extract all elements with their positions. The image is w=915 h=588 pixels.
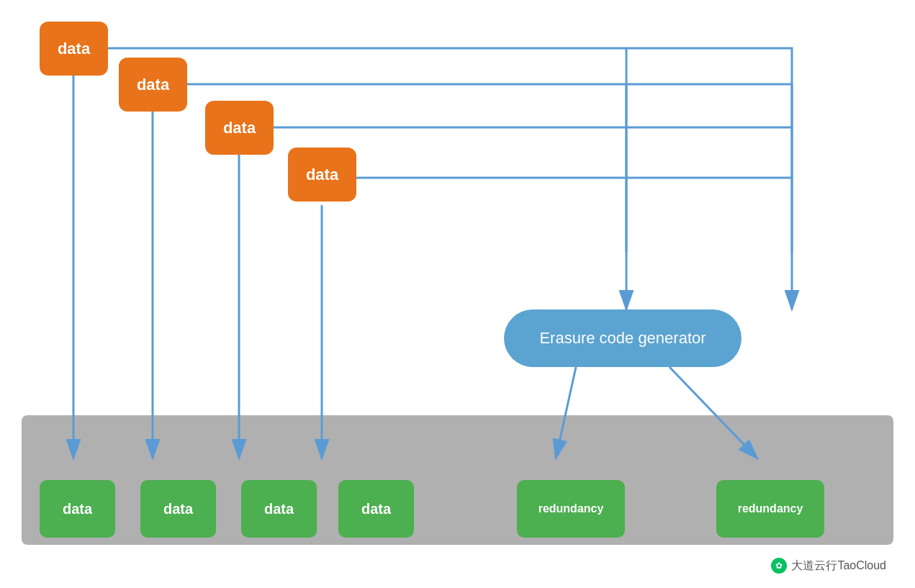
green-redundancy-box-2: redundancy xyxy=(716,480,824,538)
green-data-box-1: data xyxy=(40,480,115,538)
orange-data-box-4: data xyxy=(288,148,356,202)
green-data-box-4: data xyxy=(338,480,414,538)
green-data-box-3: data xyxy=(241,480,317,538)
watermark: ✿ 大道云行TaoCloud xyxy=(771,558,886,574)
green-redundancy-box-1: redundancy xyxy=(517,480,625,538)
orange-data-box-2: data xyxy=(119,58,187,112)
wechat-icon: ✿ xyxy=(771,558,787,574)
erasure-code-generator: Erasure code generator xyxy=(504,309,742,367)
orange-data-box-3: data xyxy=(205,101,274,155)
green-data-box-2: data xyxy=(140,480,216,538)
diagram: data data data data Erasure code generat… xyxy=(0,0,915,588)
orange-data-box-1: data xyxy=(40,22,108,76)
